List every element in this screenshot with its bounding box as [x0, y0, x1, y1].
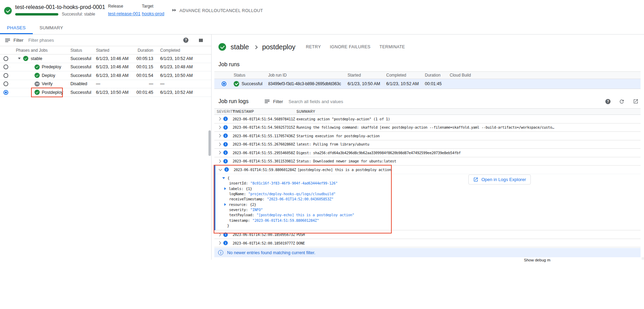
- job-started: 6/1/23, 10:48 AM: [96, 73, 136, 78]
- json-value: "8c01c16f-3f83-46f9-904f-4ad63444ef99-12…: [250, 181, 338, 185]
- open-in-logs-explorer-label: Open in Logs Explorer: [481, 177, 526, 182]
- job-success-icon: [218, 43, 226, 51]
- expand-chevron-icon[interactable]: [218, 134, 221, 138]
- release-link[interactable]: test-release-001: [108, 11, 140, 16]
- help-icon[interactable]: [605, 99, 611, 104]
- col-summary: SUMMARY: [296, 110, 641, 113]
- phase-name: stable: [31, 56, 42, 61]
- expand-chevron-icon[interactable]: [218, 233, 221, 236]
- column-settings-icon[interactable]: [198, 38, 204, 43]
- terminate-button[interactable]: TERMINATE: [380, 44, 405, 49]
- collapse-chevron-icon[interactable]: [219, 167, 222, 171]
- radio-icon[interactable]: [3, 73, 8, 78]
- job-row-verify[interactable]: Verify Disabled — — —: [0, 80, 211, 89]
- job-row-postdeploy[interactable]: Postdeploy Successful 6/1/23, 10:50 AM 0…: [0, 88, 211, 97]
- job-run-row[interactable]: Successful 83499ef3-f3d1-48c3-b898-2695d…: [214, 79, 641, 89]
- log-json-payload: { insertId:"8c01c16f-3f83-46f9-904f-4ad6…: [215, 174, 641, 230]
- tab-phases[interactable]: PHASES: [0, 21, 33, 34]
- advance-rollout-label: ADVANCE ROLLOUT: [179, 8, 223, 13]
- json-value: "[postdeploy-echo] this is a postdeploy …: [256, 213, 354, 217]
- filter-phases-input[interactable]: [28, 38, 183, 43]
- radio-icon[interactable]: [3, 56, 8, 61]
- col-status: Status: [234, 73, 268, 78]
- radio-selected-icon[interactable]: [3, 90, 8, 95]
- panel-scrollbar-thumb[interactable]: [208, 130, 211, 156]
- json-key: labels:: [229, 187, 243, 191]
- phase-status: Successful: [70, 56, 96, 61]
- rollout-success-icon: [4, 7, 12, 14]
- job-started: 6/1/23, 10:50 AM: [96, 90, 136, 95]
- expand-chevron-icon[interactable]: [218, 151, 221, 154]
- open-in-new-button[interactable]: [633, 99, 638, 104]
- log-entry-row[interactable]: 2023-06-01T14:51:55.295546058Z Digest: s…: [214, 149, 641, 157]
- rollout-progress-bar: [15, 13, 58, 16]
- radio-icon[interactable]: [3, 64, 8, 69]
- log-summary: PUSH: [296, 232, 641, 237]
- tab-phases-label: PHASES: [7, 25, 26, 30]
- info-severity-icon: [224, 167, 229, 172]
- col-duration: Duration: [425, 73, 450, 78]
- phases-panel: Filter Phases and Jobs Status Started Du…: [0, 34, 211, 97]
- collapse-caret-icon[interactable]: [18, 58, 21, 59]
- job-completed: 6/1/23, 10:48 AM: [153, 64, 193, 69]
- log-entry-expanded: 2023-06-01T14:51:59.880601284Z [postdepl…: [214, 166, 641, 230]
- expand-triangle-icon[interactable]: [224, 187, 226, 190]
- logs-search-input[interactable]: [289, 99, 605, 104]
- rollout-progress: Successful: stable: [15, 12, 95, 17]
- log-entry-row[interactable]: 2023-06-01T14:51:54.569257315Z Running t…: [214, 123, 641, 132]
- refresh-button[interactable]: [619, 99, 625, 104]
- show-debug-toggle[interactable]: Show debug m: [524, 258, 550, 262]
- cancel-rollout-label: CANCEL ROLLOUT: [223, 8, 263, 13]
- expand-chevron-icon[interactable]: [218, 126, 221, 129]
- log-timestamp: 2023-06-01T14:52:00.185095673Z: [233, 232, 296, 237]
- tab-summary-label: SUMMARY: [40, 25, 63, 30]
- job-started: —: [96, 81, 136, 86]
- radio-icon[interactable]: [3, 81, 8, 86]
- log-entry-row[interactable]: 2023-06-01T14:51:55.117057436Z Starting …: [214, 132, 641, 140]
- collapse-triangle-icon[interactable]: [222, 177, 225, 179]
- expand-chevron-icon[interactable]: [218, 142, 221, 146]
- expand-chevron-icon[interactable]: [218, 117, 221, 121]
- log-entry-row[interactable]: 2023-06-01T14:51:55.301153981Z Status: D…: [214, 157, 641, 166]
- tab-summary[interactable]: SUMMARY: [33, 21, 70, 34]
- open-in-logs-explorer-button[interactable]: Open in Logs Explorer: [468, 175, 531, 185]
- release-block: Release test-release-001: [108, 4, 140, 16]
- expand-chevron-icon[interactable]: [218, 241, 221, 245]
- log-summary: latest: Pulling from library/ubuntu: [296, 142, 641, 146]
- json-value: {1}: [246, 187, 252, 191]
- col-started: Started: [96, 48, 136, 53]
- job-run-started: 6/1/23, 10:50 AM: [348, 81, 386, 86]
- expand-chevron-icon[interactable]: [218, 159, 221, 163]
- job-completed: —: [153, 81, 165, 86]
- radio-selected-icon[interactable]: [222, 81, 226, 86]
- job-status: Successful: [70, 73, 96, 78]
- cancel-rollout-button[interactable]: CANCEL ROLLOUT: [223, 6, 263, 15]
- ignore-failures-button[interactable]: IGNORE FAILURES: [330, 44, 371, 49]
- log-entry-row[interactable]: 2023-06-01T14:51:54.568978411Z executing…: [214, 115, 641, 123]
- log-entry-row[interactable]: 2023-06-01T14:52:00.185019777Z DONE: [214, 239, 641, 248]
- open-in-new-icon: [473, 177, 478, 182]
- rollout-header: test-release-001-to-hooks-prod-0001 Succ…: [0, 0, 644, 21]
- disabled-icon: [35, 81, 40, 87]
- retry-button[interactable]: RETRY: [306, 44, 321, 49]
- log-timestamp: 2023-06-01T14:51:55.295546058Z: [233, 151, 296, 155]
- expand-triangle-icon[interactable]: [224, 203, 226, 206]
- log-entry-row[interactable]: 2023-06-01T14:52:00.185095673Z PUSH: [214, 230, 641, 239]
- job-completed: 6/1/23, 10:50 AM: [153, 73, 193, 78]
- log-entry-row[interactable]: 2023-06-01T14:51:55.267602860Z latest: P…: [214, 140, 641, 149]
- log-summary: Status: Downloaded newer image for ubunt…: [296, 159, 641, 163]
- log-summary: Running the following command: skaffold …: [296, 125, 641, 129]
- advance-rollout-button[interactable]: ADVANCE ROLLOUT: [172, 6, 223, 15]
- help-icon[interactable]: [183, 38, 188, 43]
- target-label: Target: [142, 4, 164, 9]
- log-timestamp: 2023-06-01T14:51:55.267602860Z: [233, 142, 296, 146]
- job-row-deploy[interactable]: Deploy Successful 6/1/23, 10:48 AM 00:01…: [0, 71, 211, 80]
- job-row-predeploy[interactable]: Predeploy Successful 6/1/23, 10:46 AM 00…: [0, 63, 211, 72]
- log-summary: Starting execution for postdeploy-action: [296, 134, 641, 138]
- col-completed: Completed: [153, 48, 180, 53]
- target-link[interactable]: hooks-prod: [142, 11, 164, 16]
- phase-completed: 6/1/23, 10:52 AM: [153, 56, 193, 61]
- log-summary: Digest: sha256:dfd64a3b4296d8c9b62aa3309…: [296, 151, 641, 155]
- phase-row-stable[interactable]: stable Successful 6/1/23, 10:46 AM 00:05…: [0, 54, 211, 63]
- log-entry-row-expanded[interactable]: 2023-06-01T14:51:59.880601284Z [postdepl…: [215, 166, 641, 174]
